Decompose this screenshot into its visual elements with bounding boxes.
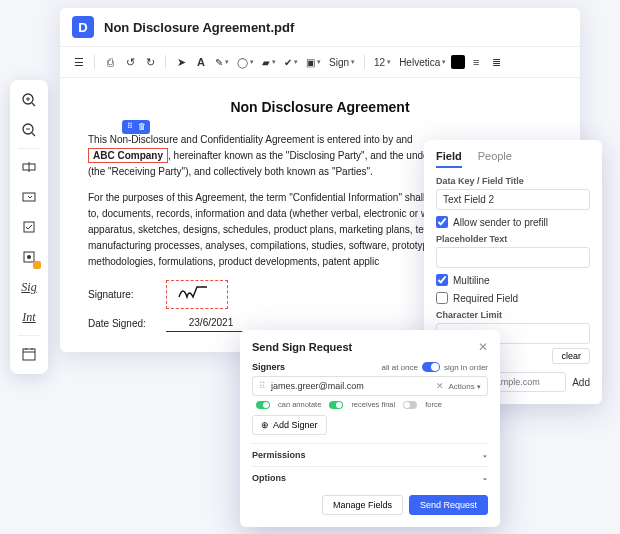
all-at-once-label: all at once bbox=[382, 363, 418, 372]
data-key-input[interactable] bbox=[436, 189, 590, 210]
drag-icon[interactable]: ⠿ bbox=[125, 122, 135, 132]
panel-tabs: Field People bbox=[436, 150, 590, 168]
perm-label: can annotate bbox=[278, 400, 321, 409]
tab-people[interactable]: People bbox=[478, 150, 512, 168]
permissions-section[interactable]: Permissions⌄ bbox=[252, 443, 488, 466]
separator bbox=[94, 55, 95, 69]
perm-label: receives final bbox=[351, 400, 395, 409]
placeholder-input[interactable] bbox=[436, 247, 590, 268]
initials-tool-icon[interactable]: Int bbox=[15, 303, 43, 331]
undo-icon[interactable]: ↺ bbox=[121, 53, 139, 71]
radio-tool-icon[interactable] bbox=[15, 243, 43, 271]
font-size-select[interactable]: 12 ▾ bbox=[371, 57, 394, 68]
doc-heading: Non Disclosure Agreement bbox=[88, 96, 552, 118]
image-tool[interactable]: ▣▾ bbox=[303, 57, 324, 68]
svg-rect-10 bbox=[24, 222, 34, 232]
font-family-value: Helvetica bbox=[399, 57, 440, 68]
separator bbox=[364, 55, 365, 69]
svg-line-5 bbox=[32, 133, 35, 136]
clear-button[interactable]: clear bbox=[552, 348, 590, 364]
chevron-down-icon: ⌄ bbox=[482, 474, 488, 482]
separator bbox=[18, 148, 40, 149]
add-signer-button[interactable]: ⊕ Add Signer bbox=[252, 415, 327, 435]
sign-menu[interactable]: Sign ▾ bbox=[326, 57, 358, 68]
signers-label: Signers bbox=[252, 362, 285, 372]
date-label: Date Signed: bbox=[88, 316, 158, 332]
signature-tool-icon[interactable]: Sig bbox=[15, 273, 43, 301]
checkbox-label: Required Field bbox=[453, 293, 518, 304]
redo-icon[interactable]: ↻ bbox=[141, 53, 159, 71]
color-swatch[interactable] bbox=[451, 55, 465, 69]
required-checkbox[interactable]: Required Field bbox=[436, 292, 590, 304]
sign-order-toggle[interactable] bbox=[422, 362, 440, 372]
send-sign-dialog: Send Sign Request ✕ Signers all at once … bbox=[240, 330, 500, 527]
signature-label: Signature: bbox=[88, 287, 158, 303]
pen-tool[interactable]: ✎▾ bbox=[212, 57, 232, 68]
date-tool-icon[interactable] bbox=[15, 340, 43, 368]
data-key-label: Data Key / Field Title bbox=[436, 176, 590, 186]
checkbox-label: Allow sender to prefill bbox=[453, 217, 548, 228]
field-handle[interactable]: ⠿ 🗑 bbox=[122, 120, 150, 134]
section-label: Options bbox=[252, 473, 286, 483]
multiline-checkbox[interactable]: Multiline bbox=[436, 274, 590, 286]
checkbox-icon[interactable] bbox=[436, 216, 448, 228]
options-section[interactable]: Options⌄ bbox=[252, 466, 488, 489]
chevron-down-icon: ⌄ bbox=[482, 451, 488, 459]
svg-rect-13 bbox=[23, 349, 35, 360]
add-button[interactable]: Add bbox=[572, 377, 590, 388]
zoom-out-icon[interactable] bbox=[15, 116, 43, 144]
align-center-icon[interactable]: ≣ bbox=[487, 53, 505, 71]
send-request-button[interactable]: Send Request bbox=[409, 495, 488, 515]
signer-actions-menu[interactable]: Actions ▾ bbox=[449, 382, 481, 391]
signature-field[interactable] bbox=[166, 280, 228, 309]
svg-line-1 bbox=[32, 103, 35, 106]
checkbox-label: Multiline bbox=[453, 275, 490, 286]
titlebar: D Non Disclosure Agreement.pdf bbox=[60, 8, 580, 47]
close-icon[interactable]: ✕ bbox=[478, 340, 488, 354]
signature-icon bbox=[177, 283, 217, 301]
text-field-tool-icon[interactable] bbox=[15, 153, 43, 181]
checkbox-tool-icon[interactable] bbox=[15, 213, 43, 241]
tab-field[interactable]: Field bbox=[436, 150, 462, 168]
signer-permissions: can annotate receives final force bbox=[252, 400, 488, 409]
signer-row: ⠿ james.greer@mail.com ✕ Actions ▾ bbox=[252, 376, 488, 396]
allow-prefill-checkbox[interactable]: Allow sender to prefill bbox=[436, 216, 590, 228]
manage-fields-button[interactable]: Manage Fields bbox=[322, 495, 403, 515]
menu-icon[interactable]: ☰ bbox=[70, 53, 88, 71]
svg-point-12 bbox=[27, 255, 31, 259]
add-signer-label: Add Signer bbox=[273, 420, 318, 430]
doc-text: This Non-Disclosure and Confidentiality … bbox=[88, 134, 413, 145]
main-toolbar: ☰ ⎙ ↺ ↻ ➤ A ✎▾ ◯▾ ▰▾ ✔▾ ▣▾ Sign ▾ 12 ▾ H… bbox=[60, 47, 580, 78]
app-logo-icon: D bbox=[72, 16, 94, 38]
receives-final-toggle[interactable] bbox=[329, 401, 343, 409]
signer-email: james.greer@mail.com bbox=[271, 381, 431, 391]
separator bbox=[165, 55, 166, 69]
dropdown-tool-icon[interactable] bbox=[15, 183, 43, 211]
font-family-select[interactable]: Helvetica ▾ bbox=[396, 57, 449, 68]
align-left-icon[interactable]: ≡ bbox=[467, 53, 485, 71]
dialog-title: Send Sign Request bbox=[252, 341, 352, 353]
checkbox-icon[interactable] bbox=[436, 274, 448, 286]
company-field[interactable]: ABC Company bbox=[88, 148, 168, 163]
comment-tool[interactable]: ▰▾ bbox=[259, 57, 279, 68]
separator bbox=[18, 335, 40, 336]
char-limit-label: Character Limit bbox=[436, 310, 590, 320]
force-toggle[interactable] bbox=[403, 401, 417, 409]
can-annotate-toggle[interactable] bbox=[256, 401, 270, 409]
stamp-tool[interactable]: ✔▾ bbox=[281, 57, 301, 68]
placeholder-label: Placeholder Text bbox=[436, 234, 590, 244]
drag-icon[interactable]: ⠿ bbox=[259, 381, 266, 391]
perm-label: force bbox=[425, 400, 442, 409]
print-icon[interactable]: ⎙ bbox=[101, 53, 119, 71]
remove-signer-icon[interactable]: ✕ bbox=[436, 381, 444, 391]
pointer-icon[interactable]: ➤ bbox=[172, 53, 190, 71]
side-toolbar: Sig Int bbox=[10, 80, 48, 374]
shape-tool[interactable]: ◯▾ bbox=[234, 57, 257, 68]
checkbox-icon[interactable] bbox=[436, 292, 448, 304]
text-tool-icon[interactable]: A bbox=[192, 53, 210, 71]
delete-icon[interactable]: 🗑 bbox=[137, 122, 147, 132]
sign-in-order-label: sign in order bbox=[444, 363, 488, 372]
section-label: Permissions bbox=[252, 450, 306, 460]
zoom-in-icon[interactable] bbox=[15, 86, 43, 114]
font-size-value: 12 bbox=[374, 57, 385, 68]
